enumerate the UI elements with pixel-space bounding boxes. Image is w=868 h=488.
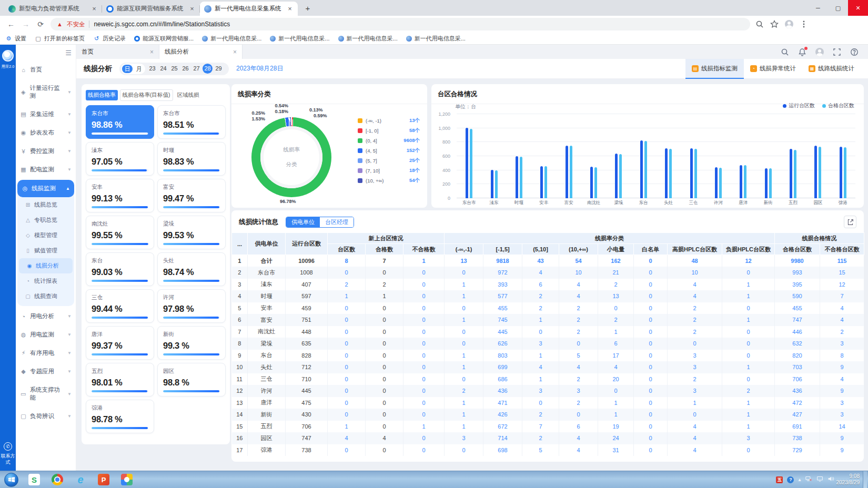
table-link-cell[interactable]: 590 (775, 290, 820, 302)
table-link-cell[interactable]: 8 (820, 350, 864, 362)
table-link-cell[interactable]: 31 (598, 444, 634, 456)
bar-running-stations[interactable] (740, 165, 742, 198)
bar-running-stations[interactable] (665, 148, 668, 198)
table-link-cell[interactable]: 393 (483, 279, 522, 291)
rate-card[interactable]: 富安99.47 % (157, 179, 226, 212)
table-link-cell[interactable]: 672 (483, 421, 522, 433)
tray-help-icon[interactable]: ? (787, 476, 794, 483)
table-link-cell[interactable]: 703 (775, 361, 820, 373)
bookmark-item[interactable]: 新一代用电信息采... (270, 35, 329, 43)
table-link-cell[interactable]: 15 (820, 267, 864, 279)
sidebar-item-collect[interactable]: ▤采集运维▼ (16, 105, 76, 124)
table-link-cell[interactable]: 2 (668, 373, 722, 385)
back-icon[interactable]: ← (6, 19, 16, 29)
table-link-cell[interactable]: 0 (634, 444, 668, 456)
day-option[interactable]: 27 (191, 64, 201, 74)
table-link-cell[interactable]: 0 (598, 302, 634, 314)
taskbar-app-s[interactable]: S (26, 473, 42, 487)
rate-card[interactable]: 安丰99.13 % (86, 179, 154, 212)
bar-legend-item[interactable]: 运行台区数 (783, 102, 815, 109)
table-link-cell[interactable]: 1 (722, 421, 775, 433)
toggle-station-manager[interactable]: 台区经理 (320, 217, 354, 227)
bar-running-stations[interactable] (516, 156, 518, 198)
table-link-cell[interactable]: 6 (522, 279, 559, 291)
table-link-cell[interactable]: 0 (328, 409, 366, 421)
table-link-cell[interactable]: 626 (483, 338, 522, 350)
table-link-cell[interactable]: 14 (820, 421, 864, 433)
table-link-cell[interactable]: 2 (598, 314, 634, 326)
bar-running-stations[interactable] (640, 140, 643, 198)
table-link-cell[interactable]: 4 (820, 314, 864, 326)
table-link-cell[interactable]: 3 (559, 385, 598, 397)
taskbar-app-presentation[interactable]: P (96, 473, 112, 487)
table-link-cell[interactable]: 0 (634, 373, 668, 385)
table-link-cell[interactable]: 1 (445, 350, 483, 362)
bar-qualified-stations[interactable] (794, 150, 796, 198)
table-link-cell[interactable]: 1 (522, 350, 559, 362)
bar-running-stations[interactable] (715, 167, 718, 198)
table-link-cell[interactable]: 162 (598, 255, 634, 267)
table-link-cell[interactable]: 0 (722, 350, 775, 362)
table-link-cell[interactable]: 691 (775, 421, 820, 433)
tab-close-icon[interactable]: × (150, 48, 154, 56)
day-option[interactable]: 23 (147, 64, 157, 74)
bar-qualified-stations[interactable] (694, 149, 697, 198)
table-link-cell[interactable]: 4 (668, 444, 722, 456)
table-link-cell[interactable]: 0 (522, 397, 559, 409)
table-link-cell[interactable]: 0 (634, 409, 668, 421)
table-link-cell[interactable]: 4 (668, 279, 722, 291)
table-link-cell[interactable]: 9818 (483, 255, 522, 267)
view-tab[interactable]: ◔线损异常统计 (744, 59, 802, 79)
sidebar-item-fee[interactable]: ¥费控监测▼ (16, 142, 76, 160)
table-link-cell[interactable]: 0 (403, 267, 445, 279)
toggle-supply-unit[interactable]: 供电单位 (286, 217, 320, 227)
table-link-cell[interactable]: 3 (668, 385, 722, 397)
table-link-cell[interactable]: 0 (445, 326, 483, 338)
rate-card[interactable]: 东台市98.51 % (157, 105, 226, 139)
table-link-cell[interactable]: 3 (668, 361, 722, 373)
table-link-cell[interactable]: 0 (328, 338, 366, 350)
table-link-cell[interactable]: 0 (403, 350, 445, 362)
table-link-cell[interactable]: 4 (668, 421, 722, 433)
table-link-cell[interactable]: 20 (598, 373, 634, 385)
table-link-cell[interactable]: 1 (445, 314, 483, 326)
table-link-cell[interactable]: 1 (722, 397, 775, 409)
table-link-cell[interactable]: 1 (445, 361, 483, 373)
tray-volume-icon[interactable] (827, 475, 834, 484)
table-link-cell[interactable]: 1 (722, 290, 775, 302)
table-link-cell[interactable]: 2 (559, 326, 598, 338)
table-link-cell[interactable]: 455 (775, 302, 820, 314)
search-icon[interactable] (781, 48, 789, 56)
table-link-cell[interactable]: 0 (634, 326, 668, 338)
bar-qualified-stations[interactable] (470, 129, 472, 198)
table-link-cell[interactable]: 2 (722, 385, 775, 397)
table-link-cell[interactable]: 4 (668, 432, 722, 444)
bar-running-stations[interactable] (840, 147, 842, 198)
rate-tab[interactable]: 区域线损 (175, 90, 201, 100)
rate-card[interactable]: 溱东97.05 % (86, 142, 154, 176)
table-link-cell[interactable]: 0 (328, 373, 366, 385)
table-link-cell[interactable]: 1 (403, 421, 445, 433)
bar-running-stations[interactable] (790, 149, 792, 198)
bar-running-stations[interactable] (491, 170, 493, 198)
table-link-cell[interactable]: 3 (522, 338, 559, 350)
rate-tab[interactable]: 线损合格率 (86, 90, 118, 100)
table-link-cell[interactable]: 4 (559, 361, 598, 373)
table-link-cell[interactable]: 9 (820, 385, 864, 397)
table-link-cell[interactable]: 472 (775, 397, 820, 409)
table-link-cell[interactable]: 1 (328, 290, 366, 302)
table-link-cell[interactable]: 2 (559, 397, 598, 409)
table-link-cell[interactable]: 745 (483, 314, 522, 326)
bar-qualified-stations[interactable] (520, 157, 522, 198)
table-link-cell[interactable]: 54 (559, 255, 598, 267)
table-link-cell[interactable]: 0 (403, 302, 445, 314)
export-icon[interactable] (844, 216, 856, 228)
tray-display-icon[interactable] (816, 475, 823, 484)
taskbar-app-chrome[interactable] (49, 473, 65, 487)
table-link-cell[interactable]: 2 (668, 326, 722, 338)
table-link-cell[interactable]: 0 (445, 302, 483, 314)
table-link-cell[interactable]: 0 (403, 385, 445, 397)
rate-card[interactable]: 东台99.03 % (86, 252, 154, 286)
table-link-cell[interactable]: 2 (668, 302, 722, 314)
sidebar-subitem-query[interactable]: ▢线损查询 (17, 289, 74, 304)
